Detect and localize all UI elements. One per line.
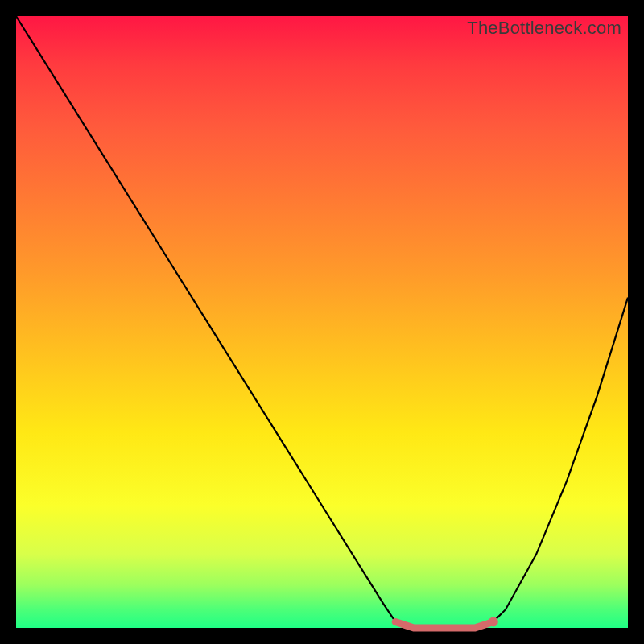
chart-svg	[16, 16, 628, 628]
flat-bottom-marker	[395, 617, 498, 628]
bottleneck-curve	[16, 16, 628, 628]
svg-point-0	[489, 617, 498, 626]
chart-frame: TheBottleneck.com	[16, 16, 628, 628]
